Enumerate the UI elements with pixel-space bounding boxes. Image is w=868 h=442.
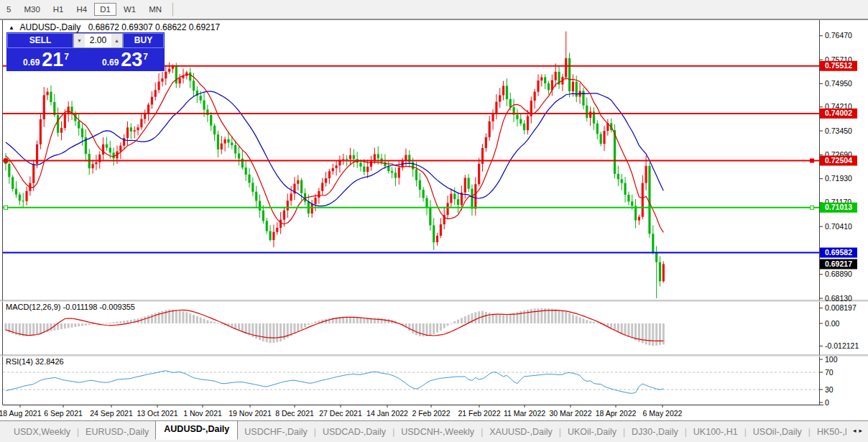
macd-signal-line [6, 310, 663, 341]
ma-slow-line [6, 91, 663, 206]
tab-scroll-right-icon[interactable]: ▸ [859, 427, 865, 434]
timeframe-5[interactable]: 5 [1, 3, 17, 16]
svg-text:0.74002: 0.74002 [825, 109, 852, 117]
tab-xauusd-daily[interactable]: XAUUSD-,Daily [483, 425, 559, 439]
buy-button[interactable]: BUY [123, 33, 164, 48]
price-badges: 0.755120.740020.725040.710130.695820.692… [820, 61, 857, 270]
buy-price[interactable]: 0.69 23 7 [86, 49, 164, 70]
symbol-tab-bar: USDX,Weekly|EURUSD-,DailyAUDUSD-,DailyUS… [0, 420, 868, 442]
chart-title: ▲ AUDUSD-,Daily 0.68672 0.69307 0.68622 … [9, 22, 220, 32]
svg-text:0.76470: 0.76470 [825, 31, 852, 40]
svg-text:2 Feb 2022: 2 Feb 2022 [412, 409, 450, 418]
svg-text:21 Feb 2022: 21 Feb 2022 [458, 409, 501, 418]
date-axis: 18 Aug 20216 Sep 202124 Sep 202113 Oct 2… [0, 405, 683, 418]
macd-histogram [5, 308, 665, 346]
volume-input[interactable]: 2.00 [85, 34, 111, 47]
svg-text:100: 100 [825, 355, 838, 364]
sell-price-pips: 21 [42, 50, 63, 69]
svg-text:0.73450: 0.73450 [825, 126, 852, 135]
svg-text:30 Mar 2022: 30 Mar 2022 [550, 409, 592, 418]
svg-text:19 Nov 2021: 19 Nov 2021 [228, 409, 272, 418]
svg-text:13 Oct 2021: 13 Oct 2021 [137, 409, 177, 418]
svg-text:14 Jan 2022: 14 Jan 2022 [366, 409, 408, 418]
volume-stepper[interactable]: ▼ 2.00 ▲ [73, 33, 123, 48]
buy-price-point: 7 [143, 52, 148, 62]
svg-text:0.68890: 0.68890 [825, 270, 852, 278]
tab-audusd-daily[interactable]: AUDUSD-,Daily [155, 421, 238, 440]
svg-text:70: 70 [825, 368, 834, 377]
svg-text:0.69582: 0.69582 [825, 248, 852, 257]
tab-usdcnh-weekly[interactable]: USDCNH-,Weekly [394, 425, 481, 439]
svg-text:18 Aug 2021: 18 Aug 2021 [0, 409, 42, 418]
timeframe-m30[interactable]: M30 [18, 3, 45, 16]
timeframe-w1[interactable]: W1 [118, 3, 142, 16]
symbol-tab-strip: USDX,Weekly|EURUSD-,DailyAUDUSD-,DailyUS… [7, 421, 846, 442]
volume-increase-icon[interactable]: ▲ [111, 34, 122, 47]
ma-fast-line [6, 75, 663, 233]
tab-dj30-daily[interactable]: DJ30-,Daily [625, 425, 685, 439]
svg-text:24 Sep 2021: 24 Sep 2021 [90, 409, 133, 418]
tab-usoil-daily[interactable]: USOil-,Daily [747, 425, 808, 439]
timeframe-toolbar: 5M30H1H4D1W1MN [0, 0, 868, 19]
tab-ukoil-daily[interactable]: UKOil-,Daily [561, 425, 623, 439]
horizontal-level-lines [3, 66, 819, 253]
svg-text:0.71930: 0.71930 [825, 174, 852, 183]
trade-buttons-row: SELL ▼ 2.00 ▲ BUY [7, 33, 164, 48]
svg-text:18 Apr 2022: 18 Apr 2022 [596, 409, 637, 418]
symbol-name: AUDUSD-,Daily [20, 22, 81, 32]
chart-frame [0, 20, 868, 405]
svg-text:0.72504: 0.72504 [825, 156, 852, 165]
svg-text:0.71013: 0.71013 [825, 203, 852, 211]
sell-button[interactable]: SELL [7, 33, 73, 48]
svg-text:0.68130: 0.68130 [825, 294, 852, 303]
timeframe-mn[interactable]: MN [143, 3, 167, 16]
tab-uk100-h1[interactable]: UK100-,H1 [687, 425, 744, 439]
tab-eurusd-daily[interactable]: EURUSD-,Daily [79, 425, 155, 439]
trade-prices-row: 0.69 21 7 0.69 23 7 [7, 49, 164, 70]
toolbar-divider [172, 3, 173, 16]
svg-text:27 Dec 2021: 27 Dec 2021 [319, 409, 362, 418]
svg-text:0.69217: 0.69217 [825, 259, 852, 268]
svg-text:0.75512: 0.75512 [825, 61, 852, 70]
rsi-line [6, 371, 663, 394]
rsi-pane [3, 371, 819, 394]
svg-text:11 Mar 2022: 11 Mar 2022 [504, 409, 545, 418]
one-click-trading-panel: SELL ▼ 2.00 ▲ BUY 0.69 21 7 0.69 23 7 [6, 32, 165, 71]
svg-text:6 Sep 2021: 6 Sep 2021 [44, 409, 83, 418]
sell-price[interactable]: 0.69 21 7 [7, 49, 85, 70]
timeframe-h1[interactable]: H1 [47, 3, 70, 16]
candles-layer [4, 32, 665, 298]
timeframe-h4[interactable]: H4 [70, 3, 93, 16]
price-axis: 0.764700.757100.749500.742100.734500.726… [819, 31, 859, 406]
svg-text:6 May 2022: 6 May 2022 [643, 409, 683, 418]
tab-scroll-arrows[interactable]: ◂▸ [853, 427, 865, 434]
tab-usdx-weekly[interactable]: USDX,Weekly [7, 425, 77, 439]
svg-text:-0.012121: -0.012121 [825, 341, 859, 350]
svg-text:0.008197: 0.008197 [825, 303, 857, 312]
svg-text:1 Nov 2021: 1 Nov 2021 [183, 409, 222, 418]
tab-usdcad-daily[interactable]: USDCAD-,Daily [316, 425, 392, 439]
sell-price-prefix: 0.69 [23, 57, 40, 68]
volume-decrease-icon[interactable]: ▼ [74, 34, 85, 47]
collapse-panel-icon[interactable]: ▲ [9, 24, 14, 31]
tab-usdchf-daily[interactable]: USDCHF-,Daily [238, 425, 314, 439]
svg-text:0: 0 [825, 398, 829, 407]
rsi-indicator-label: RSI(14) 32.8426 [6, 357, 64, 366]
svg-text:30: 30 [825, 385, 834, 394]
svg-text:0.00: 0.00 [825, 319, 840, 328]
svg-text:0.70410: 0.70410 [825, 222, 852, 231]
svg-text:0.74950: 0.74950 [825, 79, 852, 88]
buy-price-prefix: 0.69 [102, 57, 119, 68]
timeframe-d1[interactable]: D1 [94, 3, 116, 16]
sell-price-point: 7 [64, 52, 69, 62]
ohlc-values: 0.68672 0.69307 0.68622 0.69217 [88, 22, 221, 32]
tab-hk50-daily[interactable]: HK50-,Daily [811, 425, 846, 439]
svg-text:8 Dec 2021: 8 Dec 2021 [275, 409, 314, 418]
macd-indicator-label: MACD(12,26,9) -0.011198 -0.009355 [6, 303, 135, 311]
buy-price-pips: 23 [121, 50, 142, 69]
